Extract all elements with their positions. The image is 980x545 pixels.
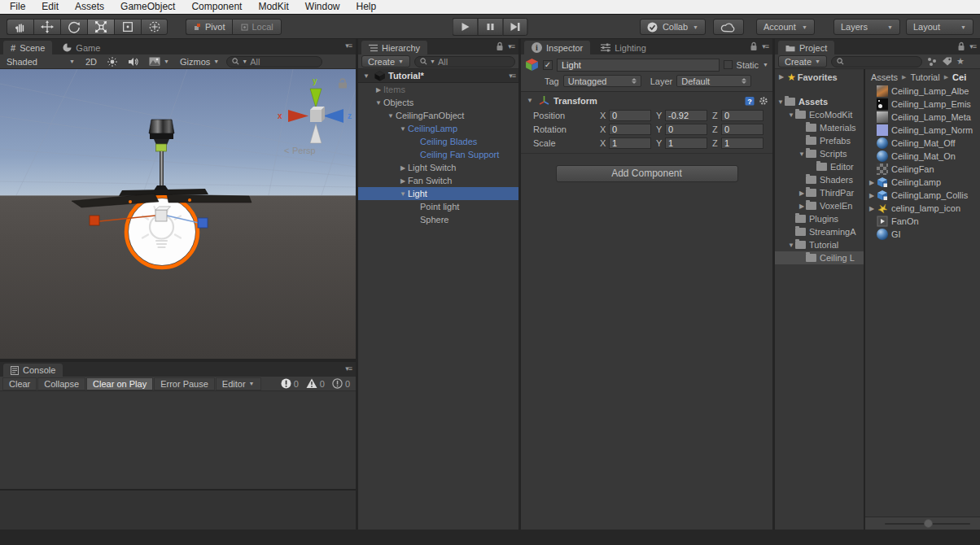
tab-inspector[interactable]: i Inspector [524,41,590,54]
panel-menu-icon[interactable] [762,42,768,50]
asset-ceiling-lamp-albe[interactable]: Ceiling_Lamp_Albe [865,85,980,98]
breadcrumb-assets[interactable]: Assets [871,72,898,82]
position-z-field[interactable]: 0 [721,110,763,121]
hierarchy-item-ceiling-blades[interactable]: Ceiling Blades [358,135,518,148]
tag-dropdown[interactable]: Untagged [563,75,641,87]
step-button[interactable] [503,18,528,36]
asset-ceiling-mat-on[interactable]: Ceiling_Mat_On [865,150,980,163]
account-dropdown[interactable]: Account▼ [756,19,815,35]
menu-assets[interactable]: Assets [67,0,112,15]
help-icon[interactable]: ? [745,96,755,106]
message-count[interactable]: 0 [332,378,350,389]
position-y-field[interactable]: -0.92 [665,110,707,121]
scene-effects-dropdown[interactable]: ▼ [146,57,173,66]
console-clear-button[interactable]: Clear [2,377,37,390]
scene-viewport[interactable]: y x z < Persp [0,69,356,359]
menu-modkit[interactable]: ModKit [250,0,296,15]
scene-lock-icon[interactable] [339,79,347,89]
transform-component-header[interactable]: ▼ Transform ? [521,94,772,107]
hierarchy-item-light[interactable]: ▼Light [358,187,518,200]
2d-toggle[interactable]: 2D [82,57,100,67]
menu-help[interactable]: Help [348,0,385,15]
favorites-star-icon[interactable]: ★ [956,56,965,67]
tab-project[interactable]: Project [778,41,834,54]
scale-z-field[interactable]: 1 [721,137,763,149]
tab-console[interactable]: Console [3,364,63,377]
asset-fanon[interactable]: FanOn [865,215,980,228]
project-search-input[interactable] [831,56,922,68]
collab-dropdown[interactable]: Collab▼ [640,19,706,35]
gear-icon[interactable] [759,96,768,106]
menu-gameobject[interactable]: GameObject [112,0,183,15]
search-by-type-icon[interactable] [926,57,938,67]
scale-y-field[interactable]: 1 [665,137,707,149]
rotation-x-field[interactable]: 0 [609,124,651,135]
layers-dropdown[interactable]: Layers▼ [833,19,900,35]
hierarchy-item-objects[interactable]: ▼Objects [358,96,518,109]
expand-arrow[interactable]: ▼ [525,97,535,104]
expand-arrow[interactable]: ▼ [361,72,371,80]
expand-arrow[interactable]: ▶ [867,179,877,186]
scale-tool[interactable] [87,19,114,35]
lock-icon[interactable] [957,41,965,51]
expand-arrow[interactable]: ▼ [386,112,396,120]
pivot-toggle[interactable]: Pivot [186,19,232,35]
scene-audio-toggle[interactable] [125,57,142,67]
folder-tutorial[interactable]: ▼Tutorial [775,238,864,251]
breadcrumb[interactable]: Assets ▶ Tutorial ▶ Cei [865,69,980,85]
hierarchy-item-ceiling-fan-support[interactable]: Ceiling Fan Support [358,148,518,161]
folder-ceiling-l[interactable]: Ceiling L [775,251,864,264]
hierarchy-search-input[interactable]: ▼ All [414,56,515,68]
expand-arrow[interactable]: ▼ [398,190,408,198]
menu-edit[interactable]: Edit [33,0,67,15]
panel-menu-icon[interactable] [508,42,514,50]
tab-lighting[interactable]: Lighting [593,41,654,54]
add-component-button[interactable]: Add Component [556,165,738,182]
hierarchy-item-ceilinglamp[interactable]: ▼CeilingLamp [358,122,518,135]
folder-shaders[interactable]: Shaders [775,173,864,186]
shaded-dropdown[interactable]: Shaded ▼ [3,57,78,67]
static-dropdown-arrow[interactable]: ▼ [763,62,768,68]
error-count[interactable]: 0 [281,378,299,389]
layer-dropdown[interactable]: Default [676,75,751,87]
folder-materials[interactable]: Materials [775,121,864,134]
move-tool[interactable] [33,19,60,35]
tab-hierarchy[interactable]: Hierarchy [361,41,427,54]
pause-button[interactable] [478,18,503,36]
expand-arrow[interactable]: ▶ [798,203,806,210]
expand-arrow[interactable]: ▶ [398,177,408,185]
expand-arrow[interactable]: ▶ [867,192,877,199]
expand-arrow[interactable]: ▼ [374,99,383,107]
expand-arrow[interactable]: ▼ [398,125,408,133]
static-checkbox[interactable] [724,60,733,69]
console-log-list[interactable] [0,391,356,489]
expand-arrow[interactable]: ▼ [787,242,795,249]
local-toggle[interactable]: Local [232,19,281,35]
asset-ceilingfan[interactable]: CeilingFan [865,163,980,176]
rotate-tool[interactable] [60,19,87,35]
ceiling-fan-model[interactable] [72,120,252,207]
hierarchy-item-point-light[interactable]: Point light [358,200,518,213]
rotation-z-field[interactable]: 0 [721,124,763,135]
scene-search-input[interactable]: ▼ All [226,56,322,68]
expand-arrow[interactable]: ▶ [777,73,785,81]
menu-component[interactable]: Component [183,0,250,15]
menu-window[interactable]: Window [297,0,348,15]
folder-plugins[interactable]: Plugins [775,212,864,225]
folder-scripts[interactable]: ▼Scripts [775,147,864,160]
panel-menu-icon[interactable] [345,41,352,50]
panel-menu-icon[interactable] [509,72,515,80]
hierarchy-item-items[interactable]: ▶Items [358,83,518,96]
hierarchy-item-ceilingfanobject[interactable]: ▼CeilingFanObject [358,109,518,122]
gizmos-dropdown[interactable]: Gizmos ▼ [177,57,222,67]
console-error-pause-button[interactable]: Error Pause [154,377,215,390]
asset-ceiling-lamp-meta[interactable]: Ceiling_Lamp_Meta [865,111,980,124]
favorites-section[interactable]: ▶ ★ Favorites [775,70,864,84]
scene-lighting-toggle[interactable] [104,57,120,67]
asset-ceilinglamp[interactable]: ▶CeilingLamp [865,176,980,189]
folder-thirdpar[interactable]: ▶ThirdPar [775,186,864,199]
console-editor-dropdown[interactable]: Editor▼ [216,377,261,390]
enabled-checkbox[interactable]: ✓ [543,60,553,70]
zoom-slider-knob[interactable] [924,519,933,528]
panel-menu-icon[interactable] [969,42,976,50]
